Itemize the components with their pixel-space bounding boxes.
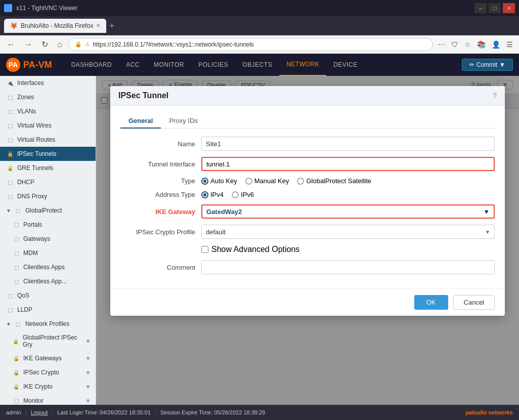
nav-dashboard[interactable]: DASHBOARD xyxy=(64,54,119,76)
sidebar-item-ipsec-tunnels[interactable]: 🔒 IPSec Tunnels xyxy=(0,147,96,161)
nav-policies[interactable]: POLICIES xyxy=(191,54,235,76)
ipsec-crypto-select[interactable]: default ▼ xyxy=(201,225,495,239)
sidebar-item-dns-proxy[interactable]: ⬚ DNS Proxy xyxy=(0,189,96,203)
new-tab-button[interactable]: + xyxy=(109,21,114,30)
sidebar-label-ipsec-crypto: IPSec Crypto xyxy=(23,369,59,376)
logo-text: PA-VM xyxy=(23,60,52,70)
modal-help-button[interactable]: ? xyxy=(493,92,497,100)
title-bar: x11 - TightVNC Viewer – □ ✕ xyxy=(0,0,519,16)
sidebar-item-virtual-routes[interactable]: ⬚ Virtual Routes xyxy=(0,133,96,147)
logout-link[interactable]: Logout xyxy=(31,409,48,415)
ipv6-radio[interactable]: IPv6 xyxy=(232,191,254,198)
type-radio-group: Auto Key Manual Key GlobalProtect Satell… xyxy=(201,177,371,185)
bookmarks-button[interactable]: ⋯ xyxy=(436,39,447,50)
name-row: Name xyxy=(120,137,495,151)
tunnel-interface-input[interactable] xyxy=(201,157,495,171)
sidebar-item-dhcp[interactable]: ⬚ DHCP xyxy=(0,175,96,189)
manual-key-radio[interactable]: Manual Key xyxy=(245,177,289,185)
mdm-icon: ⬚ xyxy=(12,249,20,257)
sidebar-item-vlans[interactable]: ⬚ VLANs xyxy=(0,104,96,118)
reload-button[interactable]: ↻ xyxy=(38,38,51,50)
comment-row: Comment xyxy=(120,260,495,274)
sidebar-item-mdm[interactable]: ⬚ MDM xyxy=(0,246,96,260)
sidebar-label-portals: Portals xyxy=(23,221,42,228)
home-button[interactable]: ⌂ xyxy=(54,39,65,50)
sidebar-item-globalprotect[interactable]: ▼ ⬚ GlobalProtect xyxy=(0,203,96,218)
sidebar-item-ike-crypto[interactable]: 🔒 IKE Crypto xyxy=(0,380,96,394)
sidebar-item-gateways[interactable]: ⬚ Gateways xyxy=(0,232,96,246)
app-nav: PA PA-VM DASHBOARD ACC MONITOR POLICIES … xyxy=(0,54,519,76)
back-button[interactable]: ← xyxy=(4,39,18,50)
sidebar-item-clientless-apps[interactable]: ⬚ Clientless Apps xyxy=(0,260,96,274)
tab-close-button[interactable]: ✕ xyxy=(96,23,100,28)
tab-general[interactable]: General xyxy=(120,114,161,129)
title-bar-title: x11 - TightVNC Viewer xyxy=(16,5,470,12)
sidebar-item-virtual-wires[interactable]: ⬚ Virtual Wires xyxy=(0,118,96,133)
modal-body: General Proxy IDs Name Tunnel Interface xyxy=(110,106,505,288)
sidebar-item-ipsec-crypto[interactable]: 🔒 IPSec Crypto xyxy=(0,365,96,380)
auto-key-radio[interactable]: Auto Key xyxy=(201,177,237,185)
star-button[interactable]: ☆ xyxy=(462,39,473,50)
browser-action-buttons: ⋯ 🛡 ☆ 📚 👤 ☰ xyxy=(436,39,515,50)
nav-network[interactable]: NETWORK xyxy=(279,54,326,76)
name-label: Name xyxy=(120,140,201,148)
dns-proxy-icon: ⬚ xyxy=(6,192,14,200)
commit-button[interactable]: ✏ Commit ▼ xyxy=(462,59,513,71)
sidebar-item-ike-gateways[interactable]: 🔒 IKE Gateways xyxy=(0,351,96,365)
auto-key-dot xyxy=(201,178,208,185)
sidebar-item-qos[interactable]: ⬚ QoS xyxy=(0,288,96,303)
type-label: Type xyxy=(120,177,201,185)
ike-gateway-label: IKE Gateway xyxy=(120,208,201,216)
ok-button[interactable]: OK xyxy=(414,295,448,310)
show-advanced-checkbox[interactable] xyxy=(201,246,208,253)
auto-key-label: Auto Key xyxy=(210,177,237,185)
sidebar-label-virtual-wires: Virtual Wires xyxy=(17,122,52,129)
cancel-button[interactable]: Cancel xyxy=(453,295,495,310)
forward-button[interactable]: → xyxy=(21,39,35,50)
ike-gateways-icon: 🔒 xyxy=(12,354,20,362)
sidebar-item-clientless-app2[interactable]: ⬚ Clientless App... xyxy=(0,274,96,288)
show-advanced-label: Show Advanced Options xyxy=(211,245,299,254)
close-button[interactable]: ✕ xyxy=(503,3,515,13)
menu-button[interactable]: ☰ xyxy=(504,39,515,50)
nav-objects[interactable]: OBJECTS xyxy=(235,54,279,76)
sidebar-item-zones[interactable]: ⬚ Zones xyxy=(0,90,96,104)
shield-button[interactable]: 🛡 xyxy=(449,39,460,50)
sidebar-item-portals[interactable]: ⬚ Portals xyxy=(0,218,96,232)
ipsec-crypto-icon: 🔒 xyxy=(12,368,20,376)
modal-tabs: General Proxy IDs xyxy=(120,114,495,129)
url-bar[interactable]: 🔒 ⚠ https://192.168.0.1/?#network::vsys1… xyxy=(68,38,433,51)
maximize-button[interactable]: □ xyxy=(489,3,501,13)
ipv4-radio[interactable]: IPv4 xyxy=(201,191,224,198)
account-button[interactable]: 👤 xyxy=(490,39,502,50)
sidebar-item-monitor[interactable]: ⬚ Monitor xyxy=(0,394,96,405)
last-login-text: Last Login Time: 04/26/2022 18:35:01 xyxy=(57,409,151,415)
minimize-button[interactable]: – xyxy=(474,3,487,13)
sidebar-item-interfaces[interactable]: 🔌 Interfaces xyxy=(0,76,96,90)
gp-ipsec-icon: 🔒 xyxy=(12,337,20,345)
sidebar-label-gateways: Gateways xyxy=(23,235,50,242)
name-input[interactable] xyxy=(201,137,495,151)
manual-key-dot xyxy=(245,178,252,185)
advanced-options-row: Show Advanced Options xyxy=(120,245,495,254)
sidebar-item-gre-tunnels[interactable]: 🔒 GRE Tunnels xyxy=(0,161,96,175)
browser-tab[interactable]: 🦊 BruhloAlto - Mozilla Firefox ✕ xyxy=(4,19,106,33)
sidebar-label-ike-gateways: IKE Gateways xyxy=(23,355,62,362)
content-area: + Add Delete ✓ Enable Disable PDF/CSV 0 … xyxy=(96,76,519,405)
nav-device[interactable]: DEVICE xyxy=(326,54,365,76)
gp-satellite-radio[interactable]: GlobalProtect Satellite xyxy=(297,177,371,185)
comment-input[interactable] xyxy=(201,260,495,274)
sidebar-item-lldp[interactable]: ⬚ LLDP xyxy=(0,303,96,317)
sidebar-label-globalprotect: GlobalProtect xyxy=(25,207,62,214)
lock-icon: 🔒 xyxy=(75,41,82,48)
nav-acc[interactable]: ACC xyxy=(119,54,147,76)
sidebar-item-network-profiles[interactable]: ▼ ⬚ Network Profiles xyxy=(0,317,96,331)
sidebar-item-gp-ipsec[interactable]: 🔒 GlobalProtect IPSec Gry xyxy=(0,331,96,351)
nav-monitor[interactable]: MONITOR xyxy=(147,54,191,76)
sidebar-label-gre: GRE Tunnels xyxy=(17,164,53,172)
library-button[interactable]: 📚 xyxy=(475,39,488,50)
tab-proxy-ids[interactable]: Proxy IDs xyxy=(161,114,205,129)
modal-overlay: IPSec Tunnel ? General Proxy IDs Name xyxy=(96,76,519,405)
virtual-wires-icon: ⬚ xyxy=(6,121,14,130)
ike-gateway-select[interactable]: GatedWay2 ▼ xyxy=(201,204,495,219)
